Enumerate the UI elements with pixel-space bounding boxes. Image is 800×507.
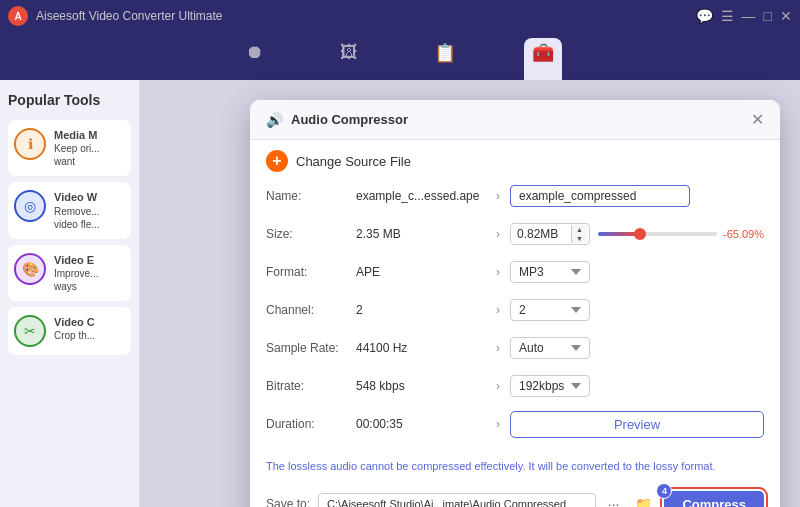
size-input-group: ▲ ▼ <box>510 223 590 245</box>
format-label: Format: <box>266 265 356 279</box>
preview-button[interactable]: Preview <box>510 411 764 438</box>
media-icon: ℹ <box>14 128 46 160</box>
add-icon: + <box>266 150 288 172</box>
sample-rate-select[interactable]: Auto 44100 22050 <box>510 337 590 359</box>
video-e-title: Video E <box>54 253 98 267</box>
duration-original: 00:00:35 <box>356 417 486 431</box>
close-icon[interactable]: ✕ <box>780 8 792 24</box>
size-slider-area: -65.09% <box>598 228 764 240</box>
convert-icon: ⏺ <box>246 42 264 63</box>
video-w-desc: Remove...video fle... <box>54 205 100 231</box>
minimize-icon[interactable]: — <box>742 8 756 24</box>
format-original: APE <box>356 265 486 279</box>
sidebar-title: Popular Tools <box>8 92 131 108</box>
sidebar-item-media[interactable]: ℹ Media M Keep ori...want <box>8 120 131 176</box>
media-desc: Keep ori...want <box>54 142 100 168</box>
right-content: 🔊 Audio Compressor ✕ + Change Source Fil… <box>140 80 800 507</box>
title-bar: A Aiseesoft Video Converter Ultimate 💬 ☰… <box>0 0 800 32</box>
bitrate-select[interactable]: 128kbps 192kbps 256kbps 320kbps <box>510 375 590 397</box>
size-slider-track[interactable] <box>598 232 717 236</box>
video-w-icon: ◎ <box>14 190 46 222</box>
duration-arrow: › <box>486 417 510 431</box>
mv-icon: 📋 <box>434 42 456 64</box>
sidebar: Popular Tools ℹ Media M Keep ori...want … <box>0 80 140 507</box>
audio-icon: 🔊 <box>266 112 283 128</box>
folder-icon-button[interactable]: 📁 <box>631 494 656 507</box>
channel-original: 2 <box>356 303 486 317</box>
name-label: Name: <box>266 189 356 203</box>
dialog-footer: Save to: ··· 📁 4 Compress <box>250 483 780 508</box>
tab-tools[interactable]: 🧰 <box>524 38 562 80</box>
toolbox-icon: 🖼 <box>340 42 358 63</box>
change-source-file-button[interactable]: + Change Source File <box>250 140 780 182</box>
slider-thumb <box>634 228 646 240</box>
video-w-title: Video W <box>54 190 100 204</box>
media-title: Media M <box>54 128 100 142</box>
size-arrow: › <box>486 227 510 241</box>
channel-select[interactable]: 1 2 <box>510 299 590 321</box>
form-row-sample-rate: Sample Rate: 44100 Hz › Auto 44100 22050 <box>266 334 764 362</box>
form-row-channel: Channel: 2 › 1 2 <box>266 296 764 324</box>
save-to-label: Save to: <box>266 497 310 507</box>
size-up-button[interactable]: ▲ <box>572 225 587 234</box>
name-input[interactable] <box>510 185 690 207</box>
form-body: Name: example_c...essed.ape › Size: 2.35… <box>250 182 780 458</box>
dialog-header: 🔊 Audio Compressor ✕ <box>250 100 780 140</box>
maximize-icon[interactable]: □ <box>764 8 772 24</box>
tools-icon: 🧰 <box>532 42 554 64</box>
slider-percent: -65.09% <box>723 228 764 240</box>
channel-arrow: › <box>486 303 510 317</box>
app-logo: A <box>8 6 28 26</box>
browse-dots-button[interactable]: ··· <box>604 494 624 507</box>
sample-rate-original: 44100 Hz <box>356 341 486 355</box>
form-row-name: Name: example_c...essed.ape › <box>266 182 764 210</box>
size-label: Size: <box>266 227 356 241</box>
size-down-button[interactable]: ▼ <box>572 234 587 243</box>
sidebar-item-video-w[interactable]: ◎ Video W Remove...video fle... <box>8 182 131 238</box>
info-text: The lossless audio cannot be compressed … <box>250 458 780 483</box>
tab-toolbox[interactable]: 🖼 <box>332 38 366 80</box>
video-c-desc: Crop th... <box>54 329 95 342</box>
window-controls[interactable]: 💬 ☰ — □ ✕ <box>696 8 792 24</box>
dialog-title: Audio Compressor <box>291 112 408 127</box>
size-input[interactable] <box>511 224 571 244</box>
channel-label: Channel: <box>266 303 356 317</box>
sidebar-item-video-e[interactable]: 🎨 Video E Improve...ways <box>8 245 131 301</box>
sidebar-item-video-c[interactable]: ✂ Video C Crop th... <box>8 307 131 355</box>
change-source-label: Change Source File <box>296 154 411 169</box>
tab-convert[interactable]: ⏺ <box>238 38 272 80</box>
audio-compressor-dialog: 🔊 Audio Compressor ✕ + Change Source Fil… <box>250 100 780 507</box>
form-row-format: Format: APE › MP3 AAC WAV FLAC <box>266 258 764 286</box>
video-e-desc: Improve...ways <box>54 267 98 293</box>
video-e-icon: 🎨 <box>14 253 46 285</box>
bitrate-arrow: › <box>486 379 510 393</box>
app-title: Aiseesoft Video Converter Ultimate <box>36 9 696 23</box>
name-original: example_c...essed.ape <box>356 189 486 203</box>
save-path-input[interactable] <box>318 493 596 507</box>
sample-rate-arrow: › <box>486 341 510 355</box>
tab-mv[interactable]: 📋 <box>426 38 464 80</box>
form-row-duration: Duration: 00:00:35 › Preview <box>266 410 764 438</box>
compress-badge: 4 <box>656 483 672 499</box>
name-arrow: › <box>486 189 510 203</box>
chat-icon[interactable]: 💬 <box>696 8 713 24</box>
bitrate-original: 548 kbps <box>356 379 486 393</box>
nav-tabs: ⏺ 🖼 📋 🧰 <box>0 32 800 80</box>
sample-rate-label: Sample Rate: <box>266 341 356 355</box>
main-content: Popular Tools ℹ Media M Keep ori...want … <box>0 80 800 507</box>
format-arrow: › <box>486 265 510 279</box>
video-c-icon: ✂ <box>14 315 46 347</box>
dialog-close-button[interactable]: ✕ <box>751 110 764 129</box>
size-original: 2.35 MB <box>356 227 486 241</box>
format-select[interactable]: MP3 AAC WAV FLAC <box>510 261 590 283</box>
menu-icon[interactable]: ☰ <box>721 8 734 24</box>
form-row-bitrate: Bitrate: 548 kbps › 128kbps 192kbps 256k… <box>266 372 764 400</box>
video-c-title: Video C <box>54 315 95 329</box>
bitrate-label: Bitrate: <box>266 379 356 393</box>
compress-button[interactable]: 4 Compress <box>664 491 764 508</box>
form-row-size: Size: 2.35 MB › ▲ ▼ <box>266 220 764 248</box>
duration-label: Duration: <box>266 417 356 431</box>
